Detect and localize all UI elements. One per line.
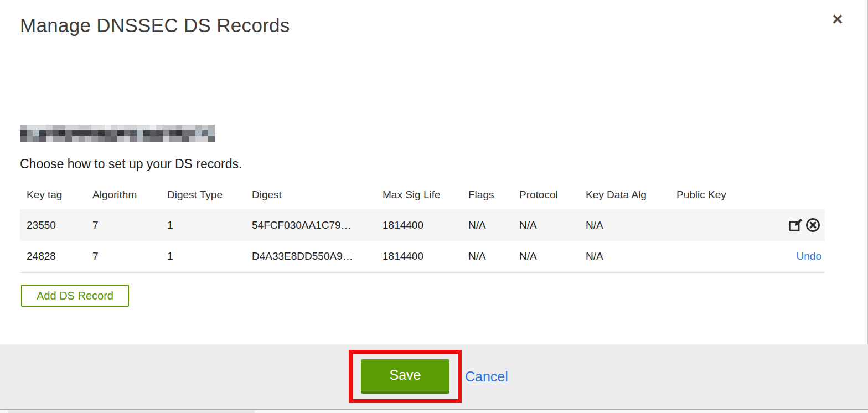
table-row: 24828 7 1 D4A33E8DD550A9… 1814400 N/A N/… xyxy=(20,241,825,272)
delete-record-icon[interactable] xyxy=(804,218,822,233)
col-header-max-sig-life: Max Sig Life xyxy=(376,180,462,209)
manage-dnssec-modal: Manage DNSSEC DS Records ✕ Choose how to… xyxy=(0,0,868,413)
cell-max-sig-life: 1814400 xyxy=(376,241,462,272)
annotation-rectangle: Save xyxy=(349,350,462,403)
save-button[interactable]: Save xyxy=(361,359,450,394)
cell-digest-type: 1 xyxy=(161,241,245,272)
cancel-link[interactable]: Cancel xyxy=(465,369,508,385)
cell-protocol: N/A xyxy=(513,241,579,272)
undo-link[interactable]: Undo xyxy=(797,250,822,262)
cell-public-key xyxy=(670,241,753,272)
cell-digest: 54FCF030AA1C79… xyxy=(245,209,376,241)
background-blur-content xyxy=(8,410,255,413)
col-header-flags: Flags xyxy=(462,180,513,209)
col-header-public-key: Public Key xyxy=(670,180,753,209)
cell-algorithm: 7 xyxy=(86,241,161,272)
table-row: 23550 7 1 54FCF030AA1C79… 1814400 N/A N/… xyxy=(20,209,825,241)
cell-digest-type: 1 xyxy=(161,209,245,241)
cell-key-data-alg: N/A xyxy=(579,209,670,241)
edit-record-icon[interactable] xyxy=(787,218,804,233)
cell-key-data-alg: N/A xyxy=(579,241,670,272)
cell-public-key xyxy=(670,209,753,241)
cell-flags: N/A xyxy=(462,209,513,241)
cell-key-tag: 23550 xyxy=(20,209,86,241)
cell-max-sig-life: 1814400 xyxy=(376,209,462,241)
redacted-domain xyxy=(20,125,215,142)
cell-key-tag: 24828 xyxy=(20,241,86,272)
col-header-actions xyxy=(753,180,825,209)
col-header-key-data-alg: Key Data Alg xyxy=(579,180,670,209)
cell-protocol: N/A xyxy=(513,209,579,241)
add-ds-record-button[interactable]: Add DS Record xyxy=(21,285,129,307)
col-header-digest-type: Digest Type xyxy=(161,180,245,209)
col-header-digest: Digest xyxy=(245,180,376,209)
table-header-row: Key tag Algorithm Digest Type Digest Max… xyxy=(20,180,825,209)
row-actions: Undo xyxy=(753,241,825,272)
row-actions xyxy=(753,209,825,241)
page-title: Manage DNSSEC DS Records xyxy=(20,14,290,37)
col-header-protocol: Protocol xyxy=(513,180,579,209)
cell-digest: D4A33E8DD550A9… xyxy=(245,241,376,272)
cell-flags: N/A xyxy=(462,241,513,272)
instruction-text: Choose how to set up your DS records. xyxy=(20,157,242,172)
close-icon[interactable]: ✕ xyxy=(829,10,846,29)
ds-records-table: Key tag Algorithm Digest Type Digest Max… xyxy=(20,180,825,273)
cell-algorithm: 7 xyxy=(86,209,161,241)
col-header-algorithm: Algorithm xyxy=(86,180,161,209)
background-page-sliver xyxy=(0,410,868,413)
col-header-key-tag: Key tag xyxy=(20,180,86,209)
modal-footer: Save Cancel xyxy=(0,344,868,409)
